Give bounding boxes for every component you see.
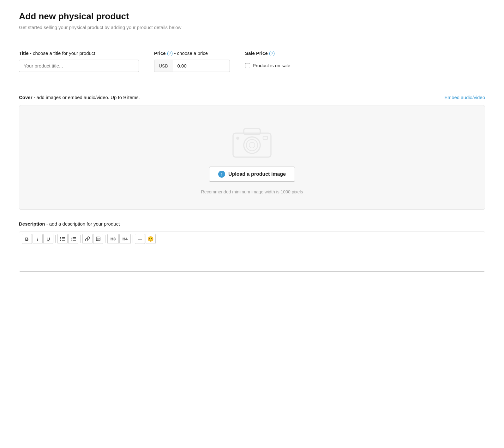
description-section: Description - add a description for your… [0,221,504,283]
image-icon [96,236,101,241]
sale-checkbox-row: Product is on sale [245,63,308,68]
price-value-input[interactable] [173,60,205,72]
toolbar-divider-3 [105,235,105,243]
camera-icon [230,124,274,159]
ol-icon: 1. 2. 3. [71,237,76,241]
cover-header: Cover - add images or embed audio/video.… [19,95,485,100]
price-field-group: Price (?) - choose a price USD [154,50,230,72]
sale-price-help-link[interactable]: (?) [269,50,275,56]
title-field-label: Title - choose a title for your product [19,50,139,56]
toolbar-underline-button[interactable]: U [43,234,53,244]
toolbar-divider-4 [133,235,133,243]
toolbar-h3-button[interactable]: H3 [107,234,119,244]
editor-toolbar: B I U 1. 2. 3. [19,232,485,246]
camera-icon-wrapper [230,124,274,159]
link-icon [85,236,90,241]
toolbar-image-button[interactable] [93,234,103,244]
toolbar-hr-button[interactable]: — [135,234,145,244]
title-field-group: Title - choose a title for your product [19,50,139,72]
cover-section: Cover - add images or embed audio/video.… [0,95,504,221]
fields-row: Title - choose a title for your product … [19,50,485,72]
toolbar-emoji-button[interactable]: 😊 [146,234,156,244]
description-editor-body[interactable] [19,246,485,271]
upload-product-image-button[interactable]: ↑ Upload a product image [209,167,295,182]
toolbar-h4-button[interactable]: H4 [119,234,131,244]
svg-point-7 [60,237,61,238]
description-label: Description - add a description for your… [19,221,485,227]
svg-point-11 [60,240,61,241]
price-field-label: Price (?) - choose a price [154,50,230,56]
cover-label: Cover - add images or embed audio/video.… [19,95,140,100]
upload-area[interactable]: ↑ Upload a product image Recommended min… [19,105,485,210]
sale-price-field-group: Sale Price (?) Product is on sale [245,50,308,68]
svg-point-9 [60,239,61,239]
svg-point-4 [249,142,255,148]
svg-rect-6 [263,136,267,139]
toolbar-divider-2 [80,235,81,243]
toolbar-italic-button[interactable]: I [33,234,43,244]
title-price-section: Title - choose a title for your product … [0,39,504,95]
ul-icon [60,237,65,241]
toolbar-bold-button[interactable]: B [22,234,32,244]
sale-checkbox[interactable] [245,63,250,68]
page-subtitle: Get started selling your physical produc… [19,25,485,30]
toolbar-link-button[interactable] [82,234,93,244]
svg-point-5 [236,137,239,140]
upload-icon: ↑ [218,171,225,178]
sale-price-field-label: Sale Price (?) [245,50,308,56]
page-title: Add new physical product [19,11,485,21]
description-editor: B I U 1. 2. 3. [19,232,485,272]
price-help-link[interactable]: (?) [167,50,173,56]
toolbar-ol-button[interactable]: 1. 2. 3. [68,234,78,244]
svg-point-20 [97,238,98,239]
svg-point-3 [246,139,258,151]
price-input-wrapper: USD [154,60,230,72]
svg-text:3.: 3. [71,239,72,241]
product-title-input[interactable] [19,60,139,72]
sale-checkbox-label[interactable]: Product is on sale [253,63,290,68]
embed-audio-video-link[interactable]: Embed audio/video [445,95,485,100]
upload-button-label: Upload a product image [228,171,286,177]
toolbar-ul-button[interactable] [57,234,68,244]
toolbar-divider-1 [55,235,56,243]
price-currency: USD [154,60,173,72]
upload-hint: Recommended minimum image width is 1000 … [201,189,303,194]
page-header: Add new physical product Get started sel… [0,0,504,39]
